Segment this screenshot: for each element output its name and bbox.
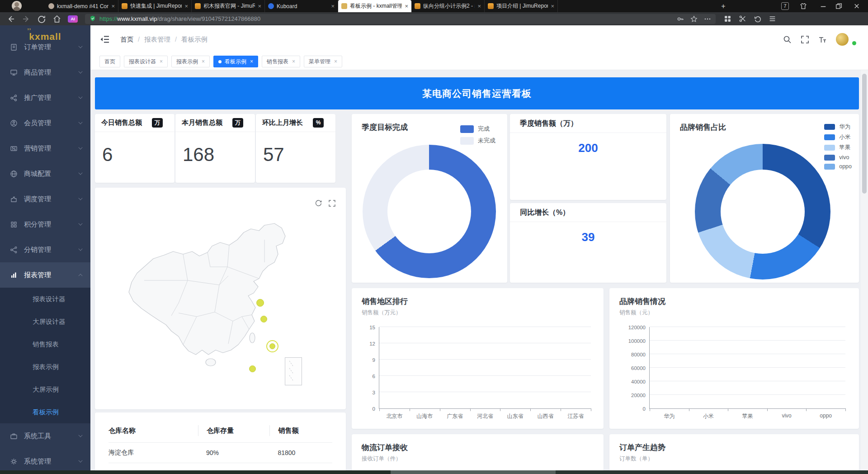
tab-count-badge[interactable]: 7: [781, 2, 789, 10]
home-icon[interactable]: [52, 14, 61, 24]
tab-close-icon[interactable]: ×: [258, 3, 261, 9]
window-close-button[interactable]: [853, 2, 861, 10]
legend-item[interactable]: vivo: [824, 154, 852, 161]
map-refresh-icon[interactable]: [315, 199, 322, 207]
tab-close-icon[interactable]: ×: [477, 3, 481, 9]
legend-item[interactable]: 华为: [824, 123, 852, 131]
sidebar-item-dist[interactable]: 分销管理: [0, 237, 90, 262]
window-minimize-button[interactable]: [819, 2, 827, 10]
sidebar-subitem[interactable]: 报表设计器: [0, 288, 90, 310]
sidebar-item-gear[interactable]: 系统管理: [0, 449, 90, 470]
sidebar-subitem[interactable]: 大屏示例: [0, 378, 90, 401]
fullscreen-icon[interactable]: [801, 35, 809, 44]
map-marker[interactable]: [256, 299, 264, 307]
legend-item[interactable]: 小米: [824, 133, 852, 141]
font-size-icon[interactable]: [818, 35, 827, 44]
apps-grid-icon[interactable]: [724, 15, 731, 23]
address-bar[interactable]: https://www.kxmall.vip/drag/share/view/9…: [85, 14, 716, 24]
sidebar-subitem[interactable]: 销售报表: [0, 333, 90, 356]
dist-icon: [10, 246, 18, 254]
legend-item[interactable]: oppo: [824, 163, 852, 170]
page-tab-item[interactable]: 菜单管理×: [304, 56, 342, 67]
tab-close-icon[interactable]: ×: [405, 3, 408, 9]
sidebar-subitem[interactable]: 大屏设计器: [0, 310, 90, 333]
user-avatar[interactable]: [836, 33, 849, 46]
order-trend-subtitle: 订单数（单）: [619, 455, 653, 463]
browser-tab[interactable]: Kuboard×: [265, 0, 338, 12]
browser-tab[interactable]: 项目介绍 | JimuReport 文档×: [485, 0, 558, 12]
browser-tab[interactable]: 纵向分组小计示例2 - 积木报×: [411, 0, 485, 12]
map-marker[interactable]: [260, 316, 267, 322]
page-tab-close-icon[interactable]: ×: [250, 58, 253, 65]
page-tab-item[interactable]: 报表示例×: [171, 56, 210, 67]
window-restore-button[interactable]: [835, 2, 843, 10]
tab-close-icon[interactable]: ×: [551, 3, 554, 9]
table-row[interactable]: 海淀仓库90%81800: [108, 442, 332, 463]
region-rank-subtitle: 销售额（万元）: [362, 309, 401, 317]
y-axis-label: 80000: [631, 352, 646, 357]
scrollbar-thumb[interactable]: [862, 74, 867, 194]
password-key-icon[interactable]: [677, 15, 684, 23]
x-axis-tick: [767, 408, 768, 411]
breadcrumb-separator: /: [138, 36, 140, 43]
map-marker[interactable]: [269, 343, 275, 349]
breadcrumb-item[interactable]: 报表管理: [144, 35, 170, 44]
search-icon[interactable]: [783, 35, 792, 44]
page-tab-item[interactable]: 销售报表×: [262, 56, 300, 67]
sidebar-subitem[interactable]: 报表示例: [0, 356, 90, 378]
page-tab-close-icon[interactable]: ×: [160, 58, 163, 65]
new-tab-button[interactable]: +: [719, 2, 728, 11]
sidebar-item-label: 商城配置: [24, 170, 79, 178]
back-icon[interactable]: [6, 14, 15, 24]
browser-toolbar: AI https://www.kxmall.vip/drag/share/vie…: [0, 12, 868, 25]
tab-close-icon[interactable]: ×: [331, 3, 335, 9]
sidebar-item-member[interactable]: 会员管理: [0, 110, 90, 136]
sidebar-item-report[interactable]: 报表管理: [0, 262, 90, 288]
sidebar-item-mallcfg[interactable]: 商城配置: [0, 161, 90, 186]
ai-assistant-icon[interactable]: AI: [68, 15, 78, 23]
forward-icon[interactable]: [22, 14, 31, 24]
sidebar-item-points[interactable]: 积分管理: [0, 212, 90, 237]
screenshot-scissors-icon[interactable]: [739, 15, 746, 23]
legend-item[interactable]: 苹果: [824, 144, 852, 152]
legend-item[interactable]: 未完成: [460, 137, 495, 145]
tab-close-icon[interactable]: ×: [111, 3, 115, 9]
table-cell: 81800: [269, 449, 332, 456]
browser-tab[interactable]: kxmall-demo #41 Console×: [45, 0, 118, 12]
sidebar-item-marketing[interactable]: 营销管理: [0, 136, 90, 161]
page-tab-item[interactable]: 报表设计器×: [124, 56, 168, 67]
goods-icon: [10, 69, 18, 76]
undo-icon[interactable]: [754, 15, 761, 23]
page-tab-close-icon[interactable]: ×: [292, 58, 295, 65]
sidebar-item-schedule[interactable]: 调度管理: [0, 186, 90, 212]
page-tab-item[interactable]: 首页: [99, 56, 120, 67]
browser-tab[interactable]: 看板示例 - kxmall管理后台×: [338, 0, 411, 12]
legend-item[interactable]: 完成: [460, 125, 495, 133]
breadcrumb-item[interactable]: 首页: [120, 35, 133, 44]
sidebar-item-goods[interactable]: 商品管理: [0, 60, 90, 85]
sidebar-collapse-icon[interactable]: [100, 35, 109, 43]
y-axis-label: 6: [373, 374, 375, 379]
content-scrollbar[interactable]: [861, 70, 868, 470]
sidebar-subitem[interactable]: 看板示例: [0, 401, 90, 423]
page-tab-close-icon[interactable]: ×: [202, 58, 205, 65]
browser-profile-avatar[interactable]: [12, 1, 22, 11]
more-options-icon[interactable]: [704, 15, 711, 23]
browser-skin-icon[interactable]: [799, 2, 807, 10]
legend-label: 华为: [839, 123, 850, 131]
sidebar-item-order[interactable]: 订单管理: [0, 34, 90, 60]
page-tab-close-icon[interactable]: ×: [334, 58, 337, 65]
page-tab-active[interactable]: 看板示例×: [213, 56, 258, 67]
sidebar-item-tools[interactable]: 系统工具: [0, 423, 90, 449]
browser-tab[interactable]: 快速集成 | JimuReport 文档×: [118, 0, 192, 12]
browser-tab[interactable]: 积木报表官网 - JimuReport报×: [192, 0, 265, 12]
reload-icon[interactable]: [37, 14, 46, 24]
breadcrumb-item[interactable]: 看板示例: [181, 35, 208, 44]
x-axis-label: 江苏省: [561, 412, 591, 420]
tab-close-icon[interactable]: ×: [184, 3, 188, 9]
browser-menu-icon[interactable]: [769, 15, 776, 23]
map-marker[interactable]: [249, 365, 256, 372]
bookmark-star-icon[interactable]: [690, 15, 698, 23]
map-fullscreen-icon[interactable]: [328, 199, 336, 207]
sidebar-item-promo[interactable]: 推广管理: [0, 85, 90, 110]
